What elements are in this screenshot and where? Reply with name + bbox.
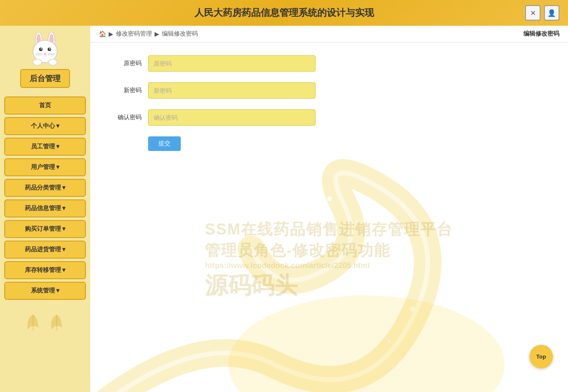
watermark-text-1: SSM在线药品销售进销存管理平台 <box>205 219 453 240</box>
content-area: 🏠 ▶ 修改密码管理 ▶ 编辑修改密码 编辑修改密码 <box>90 26 568 392</box>
svg-point-14 <box>33 59 42 65</box>
sidebar-logo: 后台管理 <box>0 26 90 92</box>
svg-point-21 <box>287 216 289 218</box>
header-icons: ✕ 👤 <box>525 5 559 21</box>
sidebar-item-personal[interactable]: 个人中心 ▾ <box>4 117 86 135</box>
confirm-password-row: 确认密码 <box>107 109 551 126</box>
breadcrumb-page-title: 编辑修改密码 <box>523 30 559 38</box>
svg-point-15 <box>49 59 57 65</box>
confirm-password-label: 确认密码 <box>107 114 142 121</box>
svg-point-19 <box>356 220 358 223</box>
old-password-row: 原密码 <box>107 55 551 72</box>
user-button[interactable]: 👤 <box>544 5 559 21</box>
sidebar-item-inventory[interactable]: 库存转移管理 ▾ <box>4 261 86 279</box>
home-icon[interactable]: 🏠 <box>99 30 106 37</box>
breadcrumb: 🏠 ▶ 修改密码管理 ▶ 编辑修改密码 编辑修改密码 <box>90 26 568 42</box>
watermark-text-2: 管理员角色-修改密码功能 <box>205 240 453 261</box>
sidebar-item-home[interactable]: 首页 <box>4 96 86 115</box>
breadcrumb-left: 🏠 ▶ 修改密码管理 ▶ 编辑修改密码 <box>99 30 198 38</box>
confirm-password-input[interactable] <box>148 109 316 126</box>
form-section: 原密码 新密码 确认密码 提交 <box>90 42 568 164</box>
sidebar-brand-title: 后台管理 <box>20 69 70 88</box>
submit-button[interactable]: 提交 <box>148 136 181 151</box>
breadcrumb-item-2: 编辑修改密码 <box>162 30 198 38</box>
sidebar-nav: 首页 个人中心 ▾ 员工管理 ▾ 用户管理 ▾ 药品分类管理 ▾ 药品信息管理 … <box>0 92 90 300</box>
sidebar-item-purchase[interactable]: 药品进货管理 ▾ <box>4 241 86 259</box>
old-password-input[interactable] <box>148 55 316 72</box>
watermark-text-4: 源码码头 <box>205 270 453 302</box>
breadcrumb-separator-1: ▶ <box>109 30 113 37</box>
breadcrumb-item-1[interactable]: 修改密码管理 <box>116 30 152 38</box>
leaf-decoration <box>21 308 69 336</box>
svg-point-18 <box>327 196 332 201</box>
top-button[interactable]: Top <box>529 345 553 368</box>
sidebar-item-user[interactable]: 用户管理 ▾ <box>4 158 86 176</box>
breadcrumb-separator-2: ▶ <box>155 30 159 37</box>
svg-point-23 <box>388 340 391 343</box>
leaf-icon-right <box>49 313 64 332</box>
watermark-text-3: https://www.icodedock.com/article/2205.h… <box>205 261 453 270</box>
sidebar-item-system[interactable]: 系统管理 ▾ <box>4 282 86 300</box>
submit-row: 提交 <box>148 136 551 151</box>
svg-point-20 <box>309 234 313 238</box>
main-content: SSM在线药品销售进销存管理平台 管理员角色-修改密码功能 https://ww… <box>90 42 568 392</box>
svg-point-7 <box>41 48 42 50</box>
new-password-label: 新密码 <box>107 87 142 94</box>
header: 人民大药房药品信息管理系统的设计与实现 ✕ 👤 <box>0 0 568 26</box>
new-password-row: 新密码 <box>107 82 551 99</box>
rabbit-icon <box>28 32 62 66</box>
old-password-label: 原密码 <box>107 60 142 67</box>
sidebar: 后台管理 首页 个人中心 ▾ 员工管理 ▾ 用户管理 ▾ 药品分类管理 ▾ 药品… <box>0 26 90 392</box>
sidebar-item-drug-info[interactable]: 药品信息管理 ▾ <box>4 199 86 217</box>
new-password-input[interactable] <box>148 82 316 99</box>
sidebar-item-order[interactable]: 购买订单管理 ▾ <box>4 220 86 238</box>
svg-point-24 <box>249 317 253 320</box>
header-title: 人民大药房药品信息管理系统的设计与实现 <box>194 6 374 19</box>
svg-point-25 <box>228 296 504 392</box>
svg-point-8 <box>49 48 51 50</box>
main-layout: 后台管理 首页 个人中心 ▾ 员工管理 ▾ 用户管理 ▾ 药品分类管理 ▾ 药品… <box>0 26 568 392</box>
close-button[interactable]: ✕ <box>525 5 541 21</box>
sidebar-item-drug-category[interactable]: 药品分类管理 ▾ <box>4 179 86 197</box>
svg-point-9 <box>44 53 46 54</box>
svg-point-22 <box>410 307 415 312</box>
leaf-icon-left <box>26 313 41 332</box>
sidebar-item-employee[interactable]: 员工管理 ▾ <box>4 138 86 156</box>
